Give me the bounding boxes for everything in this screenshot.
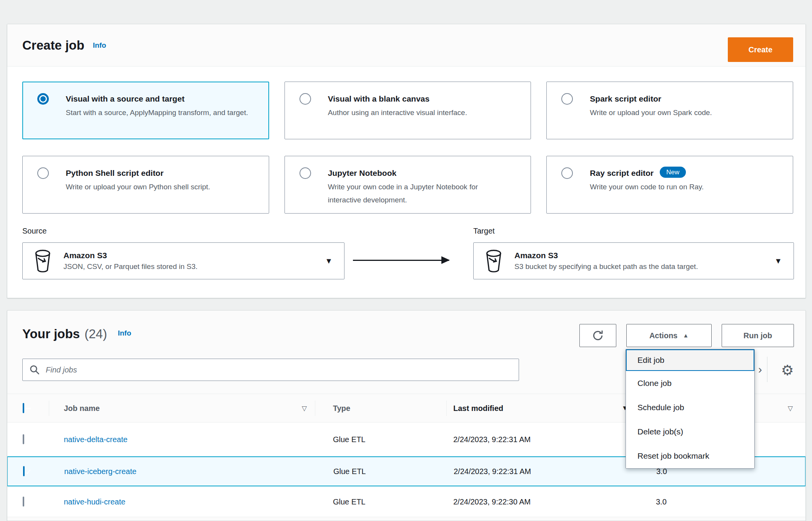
row-checkbox[interactable] [23, 434, 24, 444]
menu-item-clone-job[interactable]: Clone job [626, 371, 754, 395]
run-job-button[interactable]: Run job [722, 324, 794, 347]
job-type: Glue ETL [333, 435, 365, 444]
source-title: Amazon S3 [63, 250, 198, 261]
source-block: Source Amazon S3 JSON, CSV, or Parquet f… [22, 226, 344, 279]
sort-none-icon[interactable]: ▽ [788, 404, 793, 412]
radio-icon[interactable] [561, 167, 573, 179]
job-last-modified: 2/24/2023, 9:22:30 AM [453, 497, 531, 506]
your-jobs-header: Your jobs (24) Info Actions ▲ Run job › [7, 311, 805, 394]
column-divider [315, 401, 315, 416]
option-title: Python Shell script editor [66, 169, 163, 177]
option-jupyter-notebook[interactable]: Jupyter Notebook Write your own code in … [285, 156, 531, 214]
job-type: Glue ETL [333, 497, 365, 506]
option-spark-script-editor[interactable]: Spark script editor Write or upload your… [546, 82, 793, 139]
job-glue-version: 3.0 [656, 497, 667, 506]
column-header-last-modified[interactable]: Last modified [453, 404, 503, 412]
refresh-button[interactable] [579, 324, 616, 347]
option-description: Write your own code in a Jupyter Noteboo… [328, 180, 512, 207]
radio-icon[interactable] [300, 167, 311, 179]
create-job-panel: Create job Info Create Visual with a sou… [7, 24, 806, 298]
job-type-options: Visual with a source and target Start wi… [22, 82, 793, 214]
chevron-down-icon[interactable]: ▼ [774, 257, 782, 266]
jobs-title: Your jobs [22, 327, 80, 341]
jobs-count: (24) [85, 327, 107, 341]
option-title: Jupyter Notebook [328, 169, 397, 177]
search-icon [29, 364, 40, 376]
source-select[interactable]: Amazon S3 JSON, CSV, or Parquet files st… [22, 242, 344, 279]
column-divider [49, 401, 49, 416]
your-jobs-panel: Your jobs (24) Info Actions ▲ Run job › [7, 310, 806, 521]
new-badge: New [660, 167, 686, 178]
option-description: Write your own code to run on Ray. [590, 180, 704, 194]
sort-none-icon[interactable]: ▽ [302, 404, 307, 412]
jobs-info-link[interactable]: Info [118, 329, 131, 337]
option-description: Start with a source, ApplyMapping transf… [66, 106, 248, 119]
option-title: Visual with a blank canvas [328, 94, 430, 103]
radio-icon[interactable] [300, 93, 311, 105]
actions-button[interactable]: Actions ▲ [626, 324, 712, 347]
source-target-arrow [353, 260, 449, 261]
row-checkbox-checked[interactable] [23, 466, 25, 476]
row-checkbox[interactable] [23, 496, 24, 506]
radio-icon[interactable] [37, 167, 49, 179]
job-name-link[interactable]: native-delta-create [64, 435, 128, 444]
chevron-up-icon: ▲ [683, 332, 689, 339]
option-title: Visual with a source and target [66, 94, 185, 103]
menu-item-delete-jobs[interactable]: Delete job(s) [626, 419, 754, 444]
target-description: S3 bucket by specifying a bucket path as… [514, 261, 698, 272]
option-description: Write or upload your own Spark code. [590, 106, 712, 119]
toolbar-divider [767, 357, 767, 382]
option-python-shell-editor[interactable]: Python Shell script editor Write or uplo… [22, 156, 269, 214]
job-name-link[interactable]: native-hudi-create [64, 497, 125, 506]
select-all-checkbox[interactable] [23, 403, 24, 413]
create-job-header: Create job Info Create [7, 24, 805, 67]
actions-button-label: Actions [649, 331, 677, 340]
table-row[interactable]: native-hudi-create Glue ETL 2/24/2023, 9… [7, 486, 805, 517]
chevron-down-icon[interactable]: ▼ [325, 257, 333, 266]
create-job-info-link[interactable]: Info [93, 41, 106, 50]
radio-selected-icon[interactable] [37, 93, 49, 105]
option-description: Write or upload your own Python shell sc… [66, 180, 210, 194]
pagination-next-icon[interactable]: › [753, 363, 767, 376]
target-block: Target Amazon S3 S3 bucket by specifying… [473, 226, 794, 279]
source-label: Source [22, 226, 344, 236]
job-name-link[interactable]: native-iceberg-create [64, 467, 136, 476]
search-input[interactable] [46, 366, 512, 374]
target-title: Amazon S3 [514, 250, 698, 261]
job-last-modified: 2/24/2023, 9:22:31 AM [453, 435, 531, 444]
radio-icon[interactable] [561, 93, 573, 105]
column-header-job-name[interactable]: Job name [64, 404, 100, 412]
target-select[interactable]: Amazon S3 S3 bucket by specifying a buck… [473, 242, 794, 279]
column-header-type[interactable]: Type [333, 404, 350, 412]
option-title: Spark script editor [590, 94, 661, 103]
menu-item-reset-job-bookmark[interactable]: Reset job bookmark [626, 444, 754, 468]
job-last-modified: 2/24/2023, 9:22:31 AM [454, 467, 531, 476]
option-visual-source-target[interactable]: Visual with a source and target Start wi… [22, 82, 269, 139]
s3-bucket-icon [33, 249, 54, 273]
source-target-row: Source Amazon S3 JSON, CSV, or Parquet f… [22, 226, 793, 295]
option-description: Author using an interactive visual inter… [328, 106, 467, 119]
menu-item-edit-job[interactable]: Edit job [626, 349, 754, 371]
actions-menu: Edit job Clone job Schedule job Delete j… [626, 349, 755, 469]
option-visual-blank-canvas[interactable]: Visual with a blank canvas Author using … [285, 82, 531, 139]
find-jobs-search[interactable] [22, 359, 519, 381]
page-title: Create job [22, 38, 84, 53]
create-job-body: Visual with a source and target Start wi… [7, 67, 805, 295]
gear-icon[interactable]: ⚙ [777, 360, 798, 381]
option-title: Ray script editor [590, 169, 654, 177]
menu-item-schedule-job[interactable]: Schedule job [626, 395, 754, 419]
create-button[interactable]: Create [728, 37, 793, 62]
column-divider [446, 401, 447, 416]
source-description: JSON, CSV, or Parquet files stored in S3… [63, 261, 198, 272]
job-type: Glue ETL [333, 467, 366, 476]
refresh-icon [591, 329, 604, 342]
s3-bucket-icon [484, 249, 505, 273]
target-label: Target [473, 226, 794, 236]
option-ray-script-editor[interactable]: Ray script editorNew Write your own code… [546, 156, 793, 214]
run-job-button-label: Run job [744, 331, 772, 340]
